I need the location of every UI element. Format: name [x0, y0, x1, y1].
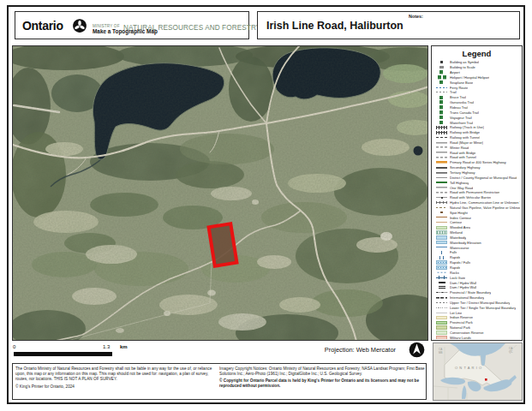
legend-item-label: Road (Major or Minor) — [450, 140, 483, 145]
legend-item-label: Natural Gas Pipeline, Valve Pipeline or … — [450, 206, 520, 210]
legend-swatch-rail-icon — [436, 131, 447, 134]
legend-item-label: Bruce Trail — [450, 95, 466, 99]
legend-item-label: Waterbody — [450, 235, 466, 240]
legend-swatch-icn-icon — [436, 110, 447, 114]
legend-swatch-icn-icon — [436, 116, 447, 119]
legend-item-label: Airport — [450, 70, 460, 74]
legend-item-label: Provincial Park — [450, 320, 473, 325]
legend-swatch-cr-icon — [436, 331, 447, 334]
legend-item-label: Seaplane Base — [450, 80, 473, 85]
legend-swatch-spot-icon — [436, 211, 447, 214]
legend-item-label: Lock Gate — [450, 276, 465, 280]
legend-item-label: Hydro Line, Communication Line or Unknow… — [450, 200, 520, 205]
legend-swatch-pipe-icon — [436, 206, 447, 209]
legend-swatch-icn-icon — [436, 80, 447, 84]
legend-item: Military Lands — [436, 335, 520, 339]
legend-item-label: Wooded Area — [450, 225, 470, 229]
legend-item-label: Primary Road or 400 Series Highway — [450, 160, 506, 164]
imagery-grain — [13, 46, 428, 341]
legend-item-label: Waterbody Elevation — [450, 241, 481, 245]
legend-item-label: Provincial / State Boundary — [450, 290, 491, 295]
legend-swatch-bint-icon — [436, 295, 447, 299]
legend-swatch-barrier-icon — [436, 196, 447, 200]
legend-swatch-pp-icon — [436, 321, 447, 325]
parcel-notice-text: © Copyright for Ontario Parcel data is h… — [219, 378, 425, 389]
legend-item-label: Railway with Bridge — [450, 130, 480, 134]
legend-swatch-road-icon — [436, 140, 447, 144]
legend-item-label: Ganaraska Trail — [450, 100, 474, 104]
legend-swatch-icn-icon — [436, 70, 447, 74]
legend-item-label: Road with Bridge — [450, 151, 475, 155]
legend-item-label: Rapids / Falls — [450, 260, 470, 265]
legend-item-label: Upper Tier / District Municipal Boundary — [450, 301, 510, 305]
legend-swatch-warea-icon — [436, 260, 447, 264]
legend-item-label: Index Contour — [450, 216, 471, 220]
legend-swatch-icn2-icon — [436, 75, 447, 79]
legend-item-label: Ferry Route — [450, 86, 468, 90]
legend-swatch-wood-icon — [436, 226, 447, 229]
legend-item-label: Dam / Hydro Wall — [450, 285, 476, 289]
legend-item-label: Spot Height — [450, 211, 468, 215]
north-arrow-icon — [409, 342, 425, 358]
legend-swatch-rocks-icon — [436, 271, 447, 274]
legend-item-label: Road with Permanent Restriction — [450, 190, 499, 194]
legend-swatch-bprov-icon — [436, 291, 447, 295]
legend-swatch-icn-icon — [436, 100, 447, 104]
legend-item-label: One Way Road — [450, 186, 473, 190]
legend-swatch-road-icon — [436, 151, 447, 154]
legend-swatch-rail-icon — [436, 126, 447, 129]
map-title: Irish Line Road, Haliburton — [266, 20, 403, 32]
legend-swatch-dam-icon — [436, 281, 447, 284]
mb-label-2: MB — [439, 351, 443, 354]
legend-swatch-warea-icon — [436, 265, 447, 269]
legend-swatch-raildash-icon — [436, 135, 447, 139]
disclaimer-box: The Ontario Ministry of Natural Resource… — [12, 363, 427, 400]
legend-item-label: Toll Highway — [450, 181, 469, 185]
legend-swatch-contour2-icon — [436, 221, 447, 224]
legend-item-label: Watercourse — [450, 246, 469, 250]
legend-swatch-hwy1-icon — [436, 161, 447, 164]
legend-swatch-dam2-icon — [436, 286, 447, 289]
projection-label: Projection: Web Mercator — [257, 346, 396, 354]
legend-swatch-icn-icon — [436, 105, 447, 109]
legend-item-label: Rapids — [450, 255, 460, 259]
legend-swatch-lock-icon — [436, 276, 447, 279]
imagery-notice-column: Imagery Copyright Notices: Ontario Minis… — [219, 366, 425, 389]
legend-item-label: Building to Scale — [450, 65, 475, 69]
legend-item-label: Tertiary Highway — [450, 170, 475, 175]
legend-item-label: Rapids — [450, 265, 460, 270]
legend-item-label: Trans Canada Trail — [450, 110, 479, 115]
legend-swatch-restr-icon — [436, 191, 447, 194]
map-canvas — [12, 45, 428, 341]
legend-item-label: Trail — [450, 90, 457, 94]
legend-item-label: Wetland — [450, 230, 463, 235]
legend-swatch-bscale-icon — [436, 66, 447, 69]
legend-item-label: Secondary Highway — [450, 165, 481, 170]
legend-swatch-falls-icon — [436, 251, 447, 254]
legend-item-label: Indian Reserve — [450, 315, 473, 319]
legend-item-label: Lot Line — [450, 311, 462, 315]
legend-swatch-bsym-icon — [436, 61, 447, 64]
legend-item-label: International Boundary — [450, 295, 484, 300]
legend-item-label: Voyageur Trail — [450, 116, 472, 120]
disclaimer-column: The Ontario Ministry of Natural Resource… — [15, 366, 215, 390]
scale-start-label: 0 — [13, 344, 15, 349]
header-logo-box: Ontario MINISTRY OF NATURAL RESOURCES AN… — [15, 11, 249, 39]
legend-swatch-muni-icon — [436, 176, 447, 179]
legend-swatch-wline-icon — [436, 246, 447, 249]
legend-swatch-contour1-icon — [436, 216, 447, 219]
legend-swatch-blower-icon — [436, 306, 447, 309]
legend-swatch-ml-icon — [436, 336, 447, 339]
legend-item-label: Winter Road — [450, 146, 469, 150]
inset-map-svg: ONTARIO CA MB CA QC — [433, 343, 522, 400]
legend-item-label: Dam / Hydro Wall — [450, 281, 476, 285]
scale-unit-label: km — [120, 344, 128, 349]
ontario-wordmark: Ontario — [22, 19, 63, 33]
legend-item-label: Road with Vehicular Barrier — [450, 195, 491, 200]
legend-swatch-rapids-icon — [436, 256, 447, 259]
legend-item-label: Road with Tunnel — [450, 155, 476, 159]
title-box: Irish Line Road, Haliburton Notes: — [257, 11, 520, 39]
imagery-notice-text: Imagery Copyright Notices: Ontario Minis… — [219, 366, 425, 377]
legend-item-label: Railway with Tunnel — [450, 135, 480, 140]
scale-end-label: 1.3 — [103, 344, 110, 349]
